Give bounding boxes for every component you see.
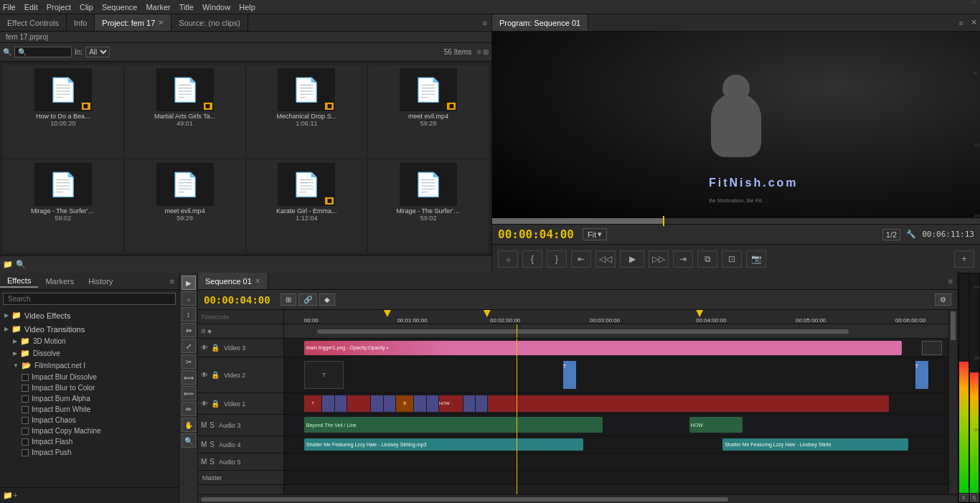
mark-out-btn[interactable]: } (547, 250, 567, 268)
tree-leaf-chaos[interactable]: Impact Chaos (1, 415, 177, 426)
clip-v1-c[interactable] (335, 395, 347, 412)
eye-btn[interactable]: 👁 (201, 400, 208, 408)
clip-v1-d[interactable] (347, 395, 371, 412)
insert-btn[interactable]: ⧉ (697, 250, 717, 268)
media-item[interactable]: 📄 ▦ Karate Girl - Emma... 1:12:04 (247, 159, 367, 253)
clip-v1-g[interactable]: B (396, 395, 413, 412)
media-item[interactable]: 📄 ▦ Martial Arts Girls Ta... 49:01 (125, 65, 245, 158)
tool-hand[interactable]: ✋ (182, 418, 196, 432)
linked-btn[interactable]: 🔗 (298, 293, 317, 306)
play-btn[interactable]: ▶ (620, 250, 644, 268)
tool-ripple[interactable]: ↕ (182, 307, 196, 321)
lock-btn[interactable]: 🔒 (211, 371, 220, 379)
effect-checkbox[interactable] (22, 406, 29, 413)
scrollbar-thumb[interactable] (951, 311, 956, 340)
clip-a3-how[interactable]: HOW (689, 417, 743, 433)
sequence-tab-close[interactable]: ✕ (255, 277, 260, 285)
tree-leaf-flash[interactable]: Impact Flash (1, 436, 177, 447)
mute-btn[interactable]: M (201, 458, 207, 466)
clip-a3-main[interactable]: Beyond The Veil / Line (304, 417, 603, 433)
effect-checkbox[interactable] (22, 438, 29, 446)
tree-video-transitions[interactable]: ▶ 📁 Video Transitions (1, 323, 177, 335)
mute-btn[interactable]: M (201, 441, 207, 448)
media-item[interactable]: 📄 Mirage - The Surfer's... 59:02 (3, 159, 123, 253)
tree-video-effects[interactable]: ▶ 📁 Video Effects (1, 309, 177, 321)
tab-program[interactable]: Program: Sequence 01 (492, 14, 588, 31)
step-fwd-btn[interactable]: ▷▷ (649, 250, 669, 268)
tab-project[interactable]: Project: fem 17 ✕ (95, 14, 171, 31)
add-btn[interactable]: + (954, 250, 974, 268)
tool-track-select[interactable]: ⬦ (182, 291, 196, 306)
tree-filmimpact[interactable]: ▼ 📂 FilmImpact.net I (1, 359, 177, 372)
tab-project-close[interactable]: ✕ (158, 19, 164, 27)
media-item[interactable]: 📄 ▦ How to Do a Bea... 10:05:20 (3, 65, 123, 158)
go-out-btn[interactable]: ⇥ (673, 250, 693, 268)
monitor-progress-bar[interactable] (492, 218, 980, 224)
solo-btn[interactable]: S (209, 421, 215, 429)
tree-dissolve[interactable]: ▶ 📁 Dissolve (1, 347, 177, 359)
in-select[interactable]: All (85, 47, 110, 57)
tab-effect-controls[interactable]: Effect Controls (0, 14, 67, 31)
clip-v1-k[interactable] (463, 395, 475, 412)
tool-rate-stretch[interactable]: ⤢ (182, 339, 196, 353)
clip-a4-main[interactable]: Shatter Me Featuring Lzzy Hale - Lindsey… (304, 438, 583, 451)
effect-checkbox[interactable] (22, 417, 29, 424)
overwrite-btn[interactable]: ⊡ (722, 250, 742, 268)
media-item[interactable]: 📄 ▦ meet evil.mp4 59:28 (368, 65, 489, 158)
fit-selector[interactable]: Fit ▾ (583, 228, 607, 240)
tab-info[interactable]: Info (67, 14, 95, 31)
clip-v1-a[interactable]: T (304, 395, 321, 412)
timeline-scrollbar-h[interactable] (198, 494, 957, 503)
clip-v1-b[interactable] (322, 395, 334, 412)
media-item[interactable]: 📄 meet evil.mp4 59:28 (125, 159, 245, 253)
monitor-close-btn[interactable]: ✕ (968, 18, 980, 27)
solo-btn[interactable]: S (209, 458, 215, 466)
menu-marker[interactable]: Marker (146, 3, 170, 11)
tab-source[interactable]: Source: (no clips) (171, 14, 248, 31)
eye-btn[interactable]: 👁 (201, 344, 208, 352)
timeline-menu-btn[interactable]: ≡ (948, 277, 957, 286)
tree-leaf-push[interactable]: Impact Push (1, 447, 177, 458)
h-scrollbar-thumb[interactable] (201, 497, 728, 502)
go-in-btn[interactable]: ⇤ (571, 250, 591, 268)
effect-checkbox[interactable] (22, 449, 29, 456)
tree-leaf-burn-alpha[interactable]: Impact Burn Alpha (1, 393, 177, 404)
menu-sequence[interactable]: Sequence (102, 3, 138, 11)
monitor-menu-btn[interactable]: ≡ (959, 19, 968, 27)
search-input[interactable] (14, 47, 72, 57)
clip-v2-b[interactable]: T (563, 361, 577, 389)
menu-file[interactable]: File (3, 3, 16, 11)
tree-leaf-burn-white[interactable]: Impact Burn White (1, 404, 177, 415)
eye-btn[interactable]: 👁 (201, 371, 208, 379)
new-custom-bin-btn[interactable]: 📁+ (3, 491, 17, 500)
tree-leaf-blur-dissolve[interactable]: Impact Blur Dissolve (1, 372, 177, 382)
mark-in-btn[interactable]: { (522, 250, 542, 268)
snap-btn[interactable]: ⊞ (281, 293, 296, 306)
tool-roll[interactable]: ⇔ (182, 323, 196, 337)
tool-zoom[interactable]: 🔍 (182, 433, 196, 448)
clip-v1-h[interactable] (414, 395, 425, 412)
menu-clip[interactable]: Clip (80, 3, 93, 11)
clip-v1-j[interactable]: HOW (439, 395, 463, 412)
tab-effects[interactable]: Effects (0, 275, 38, 288)
tree-3dmotion[interactable]: ▶ 📁 3D Motion (1, 335, 177, 347)
markers-btn[interactable]: ◆ (319, 293, 335, 306)
add-marker-btn[interactable]: ⬦ (498, 250, 518, 268)
tree-leaf-blur-color[interactable]: Impact Blur to Color (1, 382, 177, 393)
timeline-scroll-indicator[interactable] (317, 329, 849, 334)
tool-razor[interactable]: ✂ (182, 354, 196, 369)
clip-v1-f[interactable] (384, 395, 395, 412)
timeline-ruler[interactable]: 00:00 00:01:00:00 00:02:00:00 00:03:00:0… (284, 310, 948, 324)
view-grid-btn[interactable]: ⊞ (483, 48, 489, 56)
mute-btn[interactable]: M (201, 421, 207, 429)
timeline-scrollbar-v[interactable] (948, 310, 957, 494)
media-item[interactable]: 📄 Mirage - The Surfer's... 59:02 (368, 159, 489, 253)
clip-a4-2[interactable]: Shatter Me Featuring Lzzy Hale - Lindsey… (722, 438, 908, 451)
wrench-icon[interactable]: 🔧 (906, 230, 916, 239)
effect-checkbox[interactable] (22, 385, 29, 392)
panel-menu-btn[interactable]: ≡ (483, 19, 491, 27)
effect-checkbox[interactable] (22, 374, 29, 381)
tab-sequence01[interactable]: Sequence 01 ✕ (198, 273, 268, 289)
effects-search-input[interactable] (3, 293, 176, 305)
clip-v3-main[interactable]: main trigger1.png - Opacity:Opacity • (304, 341, 902, 355)
